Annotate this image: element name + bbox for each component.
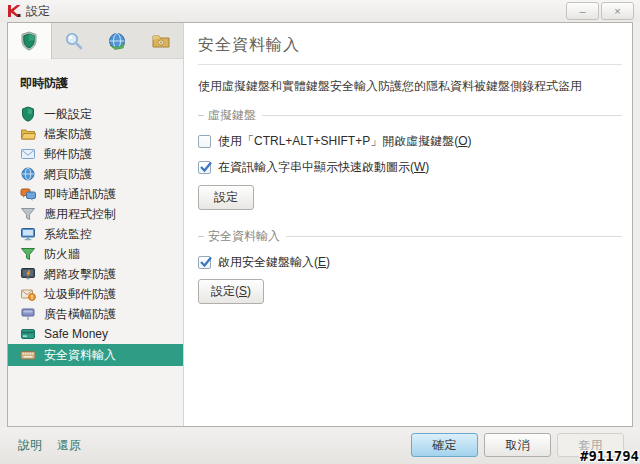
checkbox[interactable] (198, 135, 211, 148)
window-title: 設定 (26, 0, 50, 22)
keyboard-icon (20, 347, 36, 363)
checkbox-row-virtual-keyboard-shortcut[interactable]: 使用「CTRL+ALT+SHIFT+P」開啟虛擬鍵盤(O) (198, 133, 622, 150)
sidebar-item-label: 應用程式控制 (44, 206, 116, 223)
sidebar-item-label: 垃圾郵件防護 (44, 286, 116, 303)
mail-icon (20, 146, 36, 162)
group-line (286, 236, 622, 237)
kaspersky-logo-icon (7, 4, 21, 18)
folder-icon (20, 126, 36, 142)
tab-strip (8, 23, 183, 59)
group-secure-data-input-header: 安全資料輸入 (198, 228, 622, 245)
sidebar-nav: 即時防護 一般設定 檔案防護 (8, 59, 183, 366)
sidebar: 即時防護 一般設定 檔案防護 (8, 23, 184, 426)
group-dash (198, 236, 204, 237)
cancel-button[interactable]: 取消 (484, 433, 551, 457)
card-icon (20, 326, 36, 342)
ok-button[interactable]: 確定 (411, 433, 478, 457)
checkbox-label: 使用「CTRL+ALT+SHIFT+P」開啟虛擬鍵盤(O) (218, 133, 471, 150)
sidebar-item-anti-spam[interactable]: 垃圾郵件防護 (8, 284, 183, 304)
sidebar-item-anti-banner[interactable]: 廣告橫幅防護 (8, 304, 183, 324)
sidebar-item-file-protection[interactable]: 檔案防護 (8, 124, 183, 144)
title-bar: 設定 – × (0, 0, 640, 22)
settings-window: 設定 – × (0, 0, 640, 464)
minimize-button[interactable]: – (566, 2, 599, 20)
sidebar-item-label: 檔案防護 (44, 126, 92, 143)
watermark: #911794 (580, 448, 639, 464)
check-icon (199, 160, 213, 174)
sidebar-section-header: 即時防護 (8, 71, 183, 104)
group-virtual-keyboard-header: 虛擬鍵盤 (198, 107, 622, 124)
tab-advanced[interactable] (139, 23, 183, 59)
sidebar-item-general-settings[interactable]: 一般設定 (8, 104, 183, 124)
sidebar-item-label: 防火牆 (44, 246, 80, 263)
sidebar-item-label: 郵件防護 (44, 146, 92, 163)
help-link[interactable]: 說明 (18, 437, 42, 454)
sidebar-item-label: 系統監控 (44, 226, 92, 243)
shield-icon (20, 106, 36, 122)
sidebar-item-application-control[interactable]: 應用程式控制 (8, 204, 183, 224)
globe-icon (20, 166, 36, 182)
footer-bar: 說明 還原 確定 取消 套用 (0, 427, 640, 464)
banner-icon (20, 306, 36, 322)
firewall-funnel-icon (20, 246, 36, 262)
magnifier-icon (64, 31, 84, 51)
spam-mail-icon (20, 286, 36, 302)
sidebar-item-label: 網頁防護 (44, 166, 92, 183)
sidebar-item-label: 一般設定 (44, 106, 92, 123)
secure-input-settings-button[interactable]: 設定(S) (198, 279, 264, 304)
checkbox-label: 啟用安全鍵盤輸入(E) (218, 254, 330, 271)
tab-protection[interactable] (8, 23, 52, 59)
dialog-body: 即時防護 一般設定 檔案防護 (7, 22, 633, 427)
content-panel: 安全資料輸入 使用虛擬鍵盤和實體鍵盤安全輸入防護您的隱私資料被鍵盤側錄程式盜用 … (185, 23, 632, 426)
title-divider (198, 64, 622, 65)
network-attack-icon (20, 266, 36, 282)
group-label: 安全資料輸入 (208, 228, 286, 245)
sidebar-item-network-attack-blocker[interactable]: 網路攻擊防護 (8, 264, 183, 284)
sidebar-item-safe-money[interactable]: Safe Money (8, 324, 183, 344)
close-button[interactable]: × (601, 2, 634, 20)
funnel-icon (20, 206, 36, 222)
sidebar-item-system-watcher[interactable]: 系統監控 (8, 224, 183, 244)
folder-gear-icon (151, 31, 171, 51)
shield-icon (19, 31, 39, 51)
group-dash (198, 115, 204, 116)
checkbox[interactable] (198, 256, 211, 269)
globe-icon (107, 31, 127, 51)
checkbox-label: 在資訊輸入字串中顯示快速啟動圖示(W) (218, 159, 429, 176)
group-line (262, 115, 622, 116)
check-icon (199, 255, 213, 269)
checkbox[interactable] (198, 161, 211, 174)
sidebar-item-mail-protection[interactable]: 郵件防護 (8, 144, 183, 164)
restore-link[interactable]: 還原 (57, 437, 81, 454)
sidebar-item-label: 安全資料輸入 (44, 347, 116, 364)
sidebar-item-secure-data-input[interactable]: 安全資料輸入 (8, 344, 183, 366)
monitor-icon (20, 226, 36, 242)
page-title: 安全資料輸入 (198, 35, 622, 56)
checkbox-row-secure-keyboard-input[interactable]: 啟用安全鍵盤輸入(E) (198, 254, 622, 271)
tab-scan[interactable] (52, 23, 96, 59)
page-description: 使用虛擬鍵盤和實體鍵盤安全輸入防護您的隱私資料被鍵盤側錄程式盜用 (198, 78, 622, 95)
virtual-keyboard-settings-button[interactable]: 設定 (198, 185, 254, 210)
tab-update[interactable] (96, 23, 140, 59)
footer-links: 說明 還原 (18, 427, 81, 464)
sidebar-item-label: 即時通訊防護 (44, 186, 116, 203)
chat-icon (20, 186, 36, 202)
sidebar-item-label: 廣告橫幅防護 (44, 306, 116, 323)
sidebar-item-web-protection[interactable]: 網頁防護 (8, 164, 183, 184)
checkbox-row-quick-launch-icon[interactable]: 在資訊輸入字串中顯示快速啟動圖示(W) (198, 159, 622, 176)
sidebar-item-label: 網路攻擊防護 (44, 266, 116, 283)
sidebar-item-firewall[interactable]: 防火牆 (8, 244, 183, 264)
sidebar-item-im-protection[interactable]: 即時通訊防護 (8, 184, 183, 204)
sidebar-item-label: Safe Money (44, 327, 108, 341)
group-label: 虛擬鍵盤 (208, 107, 262, 124)
